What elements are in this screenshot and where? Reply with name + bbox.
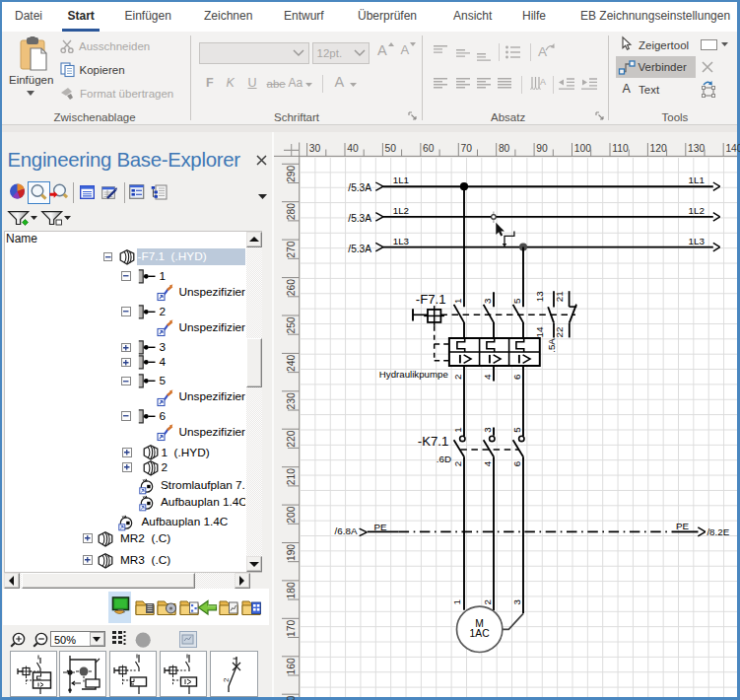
svg-text:1L2: 1L2 xyxy=(689,205,705,216)
svg-text:/8.2E: /8.2E xyxy=(706,526,729,537)
svg-text:14: 14 xyxy=(534,326,545,337)
svg-text:1AC: 1AC xyxy=(470,628,491,639)
svg-text:2: 2 xyxy=(452,375,463,380)
svg-text:6: 6 xyxy=(511,460,522,466)
svg-text:3: 3 xyxy=(482,427,493,433)
svg-text:2: 2 xyxy=(452,461,463,466)
svg-text:.6D: .6D xyxy=(437,454,451,464)
svg-text:13: 13 xyxy=(534,291,545,302)
svg-text:Hydraulikpumpe: Hydraulikpumpe xyxy=(379,369,448,380)
svg-text:PE: PE xyxy=(373,522,387,532)
svg-text:-F7.1: -F7.1 xyxy=(416,292,446,307)
svg-text:1L2: 1L2 xyxy=(393,205,409,216)
svg-text:/6.8A: /6.8A xyxy=(335,525,358,536)
svg-text:.5A: .5A xyxy=(546,338,557,353)
svg-text:1L1: 1L1 xyxy=(393,175,409,185)
svg-text:3: 3 xyxy=(511,599,522,605)
svg-text:1L3: 1L3 xyxy=(689,236,706,246)
svg-text:PE: PE xyxy=(676,521,690,531)
svg-text:3: 3 xyxy=(482,298,493,304)
svg-text:1: 1 xyxy=(452,299,463,304)
svg-text:1: 1 xyxy=(452,427,463,432)
svg-text:/5.3A: /5.3A xyxy=(348,244,371,254)
svg-text:4: 4 xyxy=(482,374,493,380)
svg-text:/5.3A: /5.3A xyxy=(348,182,371,193)
svg-text:-K7.1: -K7.1 xyxy=(418,434,449,449)
svg-text:4: 4 xyxy=(482,460,493,466)
svg-text:22: 22 xyxy=(554,327,565,338)
svg-text:5: 5 xyxy=(511,427,522,433)
svg-text:6: 6 xyxy=(511,374,522,380)
svg-text:1L3: 1L3 xyxy=(393,236,410,246)
svg-text:5: 5 xyxy=(511,298,522,304)
svg-text:/5.3A: /5.3A xyxy=(348,213,371,224)
svg-text:1: 1 xyxy=(451,599,462,604)
svg-text:1L1: 1L1 xyxy=(689,175,705,185)
svg-text:2: 2 xyxy=(482,599,493,604)
svg-text:21: 21 xyxy=(554,291,565,302)
